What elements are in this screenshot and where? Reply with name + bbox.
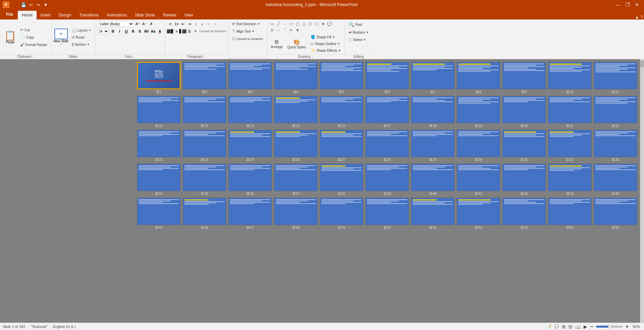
convert-smartart-btn2[interactable]: ⬡ Convert to SmartArt — [230, 36, 265, 42]
slide-item-49[interactable]: 🖼49 — [320, 198, 363, 230]
shape-plus[interactable]: ✛ — [269, 27, 275, 33]
new-slide-button[interactable]: + New Slide ▼ — [53, 29, 68, 46]
tab-animations[interactable]: Animations — [103, 11, 131, 19]
slide-item-46[interactable]: 🖼46 — [183, 198, 226, 230]
increase-indent-btn[interactable]: ⇥ — [186, 21, 192, 27]
slide-item-1[interactable]: ﷺ 🖼 1 — [137, 62, 181, 94]
slide-item-15[interactable]: 🖼15 — [274, 96, 318, 128]
shape-effects-btn[interactable]: ✨ Shape Effects ▼ — [309, 47, 342, 54]
cut-button[interactable]: ✂ Cut — [18, 27, 49, 33]
arrange-btn[interactable]: ⧉ Arrange — [269, 38, 284, 50]
shape-arrow[interactable]: → — [282, 21, 288, 27]
slide-item-22[interactable]: 🖼22 — [594, 96, 637, 128]
find-btn[interactable]: 🔍 Find — [347, 21, 363, 28]
minimize-btn[interactable]: — — [614, 1, 623, 8]
quick-styles-btn[interactable]: 🎨 Quick Styles — [286, 38, 308, 50]
slide-item-30[interactable]: 🖼30 — [457, 130, 500, 162]
slide-item-51[interactable]: 🖼51 — [411, 198, 455, 230]
clipboard-dialog-launcher[interactable]: ⌄ — [32, 55, 35, 58]
slide-item-23[interactable]: 🖼23 — [137, 130, 181, 162]
align-center-btn[interactable]: ≡ — [174, 28, 180, 34]
decrease-indent-btn[interactable]: ⇤ — [180, 21, 186, 27]
slide-item-29[interactable]: 🖼29 — [411, 130, 455, 162]
shape-hex[interactable]: ⬡ — [314, 21, 320, 27]
shape-dblarrow[interactable]: ↔ — [275, 27, 281, 33]
slide-item-55[interactable]: 🖼55 — [594, 198, 637, 230]
char-spacing-btn[interactable]: AV — [143, 28, 149, 34]
notes-icon[interactable]: 📝 — [547, 324, 552, 329]
decrease-font-btn[interactable]: A⁻ — [141, 21, 147, 27]
restore-btn[interactable]: ❐ — [623, 1, 632, 8]
columns-btn[interactable]: ⫰ — [199, 21, 205, 27]
shape-rounded[interactable]: ▢ — [294, 21, 301, 27]
slide-item-38[interactable]: 🖼38 — [320, 164, 363, 196]
slide-item-54[interactable]: 🖼54 — [548, 198, 592, 230]
slide-item-43[interactable]: 🖼43 — [548, 164, 592, 196]
bold-btn[interactable]: B — [110, 28, 116, 34]
close-btn[interactable]: ✕ — [633, 1, 641, 8]
tab-home[interactable]: Home — [18, 11, 37, 19]
slide-item-11[interactable]: 🖼 11 — [594, 62, 637, 94]
slide-item-50[interactable]: 🖼50 — [365, 198, 409, 230]
clear-format-btn[interactable]: ✗ — [148, 21, 154, 27]
shape-more[interactable]: ▼ — [294, 27, 301, 33]
zoom-out-btn[interactable]: − — [590, 324, 593, 330]
select-btn[interactable]: ⬚ Select ▼ — [347, 37, 368, 43]
underline-btn[interactable]: U — [123, 28, 129, 34]
font-color-btn[interactable]: A — [157, 28, 163, 34]
shape-pentagon[interactable]: ⬠ — [307, 21, 313, 27]
slide-item-6[interactable]: 🖼 6 — [365, 62, 409, 94]
slide-item-7[interactable]: 🖼 7 — [411, 62, 455, 94]
slide-item-35[interactable]: 🖼35 — [183, 164, 226, 196]
increase-font-btn[interactable]: A⁺ — [135, 21, 141, 27]
slide-item-41[interactable]: 🖼41 — [457, 164, 500, 196]
tab-view[interactable]: View — [180, 11, 197, 19]
text-direction-btn[interactable]: ⟳ Text Direction ▼ — [230, 21, 262, 27]
case-btn[interactable]: Aa — [150, 28, 156, 34]
copy-button[interactable]: 📄 Copy — [18, 34, 49, 41]
shape-curve[interactable]: ⌒ — [282, 27, 288, 33]
slide-item-28[interactable]: 🖼28 — [365, 130, 409, 162]
layout-button[interactable]: ⬜ Layout ▼ — [70, 27, 93, 34]
ribbon-collapse[interactable]: ▲ — [635, 15, 639, 19]
numbering-btn[interactable]: 1≡ — [174, 21, 180, 27]
shadow-btn[interactable]: S — [137, 28, 143, 34]
slide-item-31[interactable]: 🖼31 — [502, 130, 546, 162]
slide-item-27[interactable]: 🖼27 — [320, 130, 363, 162]
zoom-in-btn[interactable]: + — [626, 324, 629, 330]
slide-item-40[interactable]: 🖼40 — [411, 164, 455, 196]
slideshow-icon[interactable]: ▶ — [584, 324, 587, 329]
save-btn[interactable]: 💾 — [20, 1, 27, 8]
tab-design[interactable]: Design — [55, 11, 75, 19]
slide-item-52[interactable]: 🖼52 — [457, 198, 500, 230]
slide-item-39[interactable]: 🖼39 — [365, 164, 409, 196]
tab-insert[interactable]: Insert — [37, 11, 55, 19]
shape-fill-btn[interactable]: 🪣 Shape Fill ▼ — [309, 34, 342, 40]
reading-view-icon[interactable]: 📖 — [575, 324, 581, 329]
slide-item-32[interactable]: 🖼32 — [548, 130, 592, 162]
shape-triangle[interactable]: △ — [301, 21, 307, 27]
slide-item-26[interactable]: 🖼26 — [274, 130, 318, 162]
slide-item-25[interactable]: 🖼25 — [228, 130, 272, 162]
shape-line[interactable]: ╱ — [275, 21, 281, 27]
drawing-dialog-launcher[interactable]: ⌄ — [311, 55, 314, 58]
tab-review[interactable]: Review — [159, 11, 180, 19]
shape-outline-btn[interactable]: ▭ Shape Outline ▼ — [309, 41, 342, 47]
slide-item-21[interactable]: 🖼21 — [548, 96, 592, 128]
slide-item-14[interactable]: 🖼14 — [228, 96, 272, 128]
slide-item-9[interactable]: 🖼 9 — [502, 62, 546, 94]
slide-item-2[interactable]: 🖼 2 — [183, 62, 226, 94]
slide-item-53[interactable]: 🖼53 — [502, 198, 546, 230]
slide-item-16[interactable]: 🖼16 — [320, 96, 363, 128]
slide-sorter-icon[interactable]: ⊟ — [568, 324, 572, 329]
normal-view-icon[interactable]: ⊞ — [562, 324, 566, 329]
font-size-select[interactable]: 24 — [97, 28, 109, 34]
para-dialog-launcher[interactable]: ⌄ — [204, 55, 206, 58]
slide-item-37[interactable]: 🖼37 — [274, 164, 318, 196]
slide-item-18[interactable]: 🖼18 — [411, 96, 455, 128]
slide-item-12[interactable]: 🖼12 — [137, 96, 181, 128]
slide-item-24[interactable]: 🖼24 — [183, 130, 226, 162]
shape-star[interactable]: ★ — [320, 21, 326, 27]
slide-item-3[interactable]: 🖼 3 — [228, 62, 272, 94]
strikethrough-btn[interactable]: S — [130, 28, 136, 34]
